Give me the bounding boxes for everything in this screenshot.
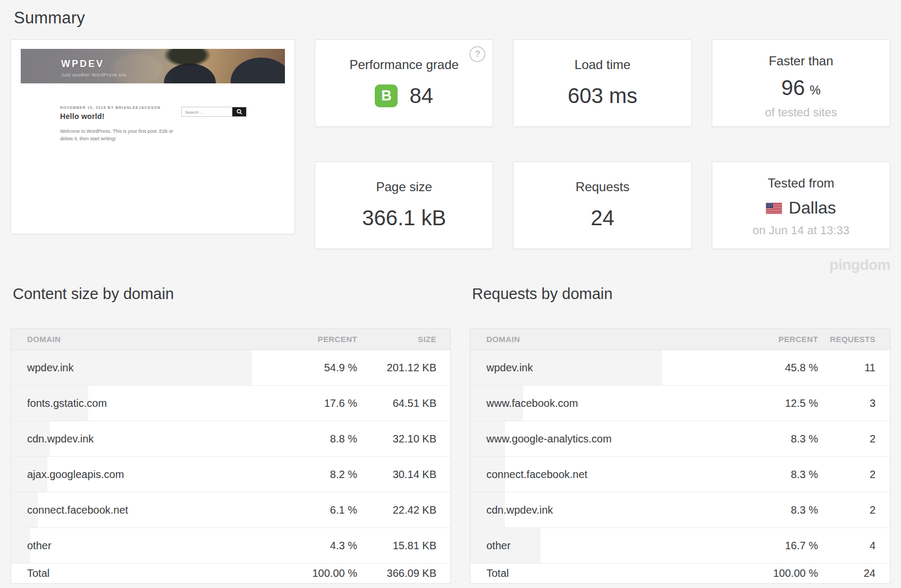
requests-cell: 4 xyxy=(818,540,890,552)
performance-score: 84 xyxy=(409,84,433,108)
page-size-label: Page size xyxy=(315,180,493,194)
post-meta: NOVEMBER 19, 2016 BY BRIANLEEJACKSON xyxy=(60,106,181,109)
header-domain: DOMAIN xyxy=(11,335,280,344)
requests-cell: 2 xyxy=(818,504,890,516)
performance-grade-card: ? Performance grade B 84 xyxy=(315,39,493,127)
requests-table: DOMAIN PERCENT REQUESTS wpdev.ink 45.8 %… xyxy=(470,328,890,584)
requests-cell: 11 xyxy=(818,362,890,374)
search-placeholder: Search ... xyxy=(182,107,232,116)
table-row: www.google-analytics.com 8.3 % 2 xyxy=(470,421,890,457)
domain-cell: fonts.gstatic.com xyxy=(11,397,280,410)
faster-than-unit: % xyxy=(810,83,820,98)
tested-from-label: Tested from xyxy=(712,176,890,191)
percent-cell: 16.7 % xyxy=(741,540,818,552)
percent-cell: 4.3 % xyxy=(280,540,357,552)
site-banner-image: WPDEV Just another WordPress site xyxy=(21,49,285,83)
total-percent-cell: 100.00 % xyxy=(741,567,818,580)
domain-cell: www.facebook.com xyxy=(470,397,741,410)
table-row: www.facebook.com 12.5 % 3 xyxy=(470,386,890,421)
percent-cell: 8.8 % xyxy=(280,433,357,445)
post-body: Welcome to WordPress. This is your first… xyxy=(60,127,181,143)
load-time-card: Load time 603 ms xyxy=(513,39,692,127)
search-input: Search ... xyxy=(181,107,247,117)
percent-cell: 12.5 % xyxy=(741,397,818,410)
requests-card: Requests 24 xyxy=(513,161,692,249)
table-total-row: Total 100.00 % 24 xyxy=(470,564,890,583)
content-size-title: Content size by domain xyxy=(13,285,451,303)
table-row: cdn.wpdev.ink 8.3 % 2 xyxy=(470,492,890,528)
domain-cell: wpdev.ink xyxy=(11,362,280,374)
content-size-table: DOMAIN PERCENT SIZE wpdev.ink 54.9 % 201… xyxy=(11,328,451,584)
total-requests-cell: 24 xyxy=(818,567,890,580)
requests-cell: 2 xyxy=(818,468,890,481)
table-header-row: DOMAIN PERCENT REQUESTS xyxy=(470,329,890,350)
page-size-card: Page size 366.1 kB xyxy=(315,161,493,249)
percent-cell: 45.8 % xyxy=(741,362,818,374)
percent-cell: 17.6 % xyxy=(280,397,357,410)
header-size: SIZE xyxy=(357,335,450,344)
search-button xyxy=(232,107,246,116)
table-row: other 16.7 % 4 xyxy=(470,528,890,564)
requests-cell: 3 xyxy=(818,397,890,410)
table-total-row: Total 100.00 % 366.09 KB xyxy=(11,564,450,583)
faster-than-caption: of tested sites xyxy=(712,106,890,120)
table-row: fonts.gstatic.com 17.6 % 64.51 KB xyxy=(11,386,450,421)
requests-value: 24 xyxy=(513,206,691,230)
domain-cell: other xyxy=(470,540,741,552)
total-label-cell: Total xyxy=(470,567,741,580)
domain-cell: cdn.wpdev.ink xyxy=(470,504,741,516)
domain-cell: ajax.googleapis.com xyxy=(11,468,280,481)
us-flag-icon xyxy=(766,203,782,214)
domain-cell: wpdev.ink xyxy=(470,362,741,374)
site-title: WPDEV xyxy=(61,58,127,70)
domain-cell: other xyxy=(11,540,280,552)
percent-cell: 6.1 % xyxy=(280,504,357,516)
requests-label: Requests xyxy=(513,180,691,194)
search-icon xyxy=(237,109,242,115)
requests-cell: 2 xyxy=(818,433,890,445)
domain-cell: connect.facebook.net xyxy=(11,504,280,516)
header-percent: PERCENT xyxy=(741,335,818,344)
faster-than-value: 96 xyxy=(781,76,805,100)
site-tagline: Just another WordPress site xyxy=(61,72,127,78)
total-size-cell: 366.09 KB xyxy=(357,567,450,580)
size-cell: 15.81 KB xyxy=(357,540,450,552)
requests-by-domain-section: Requests by domain DOMAIN PERCENT REQUES… xyxy=(470,285,890,584)
pingdom-watermark: pingdom xyxy=(829,257,890,274)
size-cell: 30.14 KB xyxy=(357,468,450,481)
size-cell: 32.10 KB xyxy=(357,433,450,445)
percent-cell: 8.3 % xyxy=(741,433,818,445)
header-domain: DOMAIN xyxy=(470,335,741,344)
table-row: wpdev.ink 54.9 % 201.12 KB xyxy=(11,350,450,386)
performance-grade-label: Performance grade xyxy=(315,57,493,72)
faster-than-label: Faster than xyxy=(712,54,890,69)
requests-table-title: Requests by domain xyxy=(472,285,890,303)
load-time-label: Load time xyxy=(513,57,691,72)
tested-from-city: Dallas xyxy=(789,198,836,218)
size-cell: 201.12 KB xyxy=(357,362,450,374)
total-label-cell: Total xyxy=(11,567,280,580)
post-title: Hello world! xyxy=(60,112,181,121)
summary-section: WPDEV Just another WordPress site NOVEMB… xyxy=(11,39,890,249)
percent-cell: 54.9 % xyxy=(280,362,357,374)
table-row: connect.facebook.net 6.1 % 22.42 KB xyxy=(11,492,450,528)
table-row: cdn.wpdev.ink 8.8 % 32.10 KB xyxy=(11,421,450,457)
total-percent-cell: 100.00 % xyxy=(280,567,357,580)
grade-badge: B xyxy=(375,84,398,107)
tested-from-caption: on Jun 14 at 13:33 xyxy=(712,224,890,237)
percent-cell: 8.3 % xyxy=(741,468,818,481)
website-screenshot-preview: WPDEV Just another WordPress site NOVEMB… xyxy=(11,39,295,234)
page-title: Summary xyxy=(14,8,890,28)
table-row: other 4.3 % 15.81 KB xyxy=(11,528,450,564)
load-time-value: 603 ms xyxy=(513,84,691,108)
tested-from-card: Tested from Dallas on Jun 14 at 13:33 xyxy=(712,161,890,249)
table-row: wpdev.ink 45.8 % 11 xyxy=(470,350,890,386)
page-size-value: 366.1 kB xyxy=(315,206,493,230)
size-cell: 22.42 KB xyxy=(357,504,450,516)
content-size-section: Content size by domain DOMAIN PERCENT SI… xyxy=(11,285,451,584)
domain-cell: cdn.wpdev.ink xyxy=(11,433,280,445)
size-cell: 64.51 KB xyxy=(357,397,450,410)
header-percent: PERCENT xyxy=(280,335,357,344)
faster-than-card: Faster than 96 % of tested sites xyxy=(712,39,890,127)
header-requests: REQUESTS xyxy=(818,335,890,344)
